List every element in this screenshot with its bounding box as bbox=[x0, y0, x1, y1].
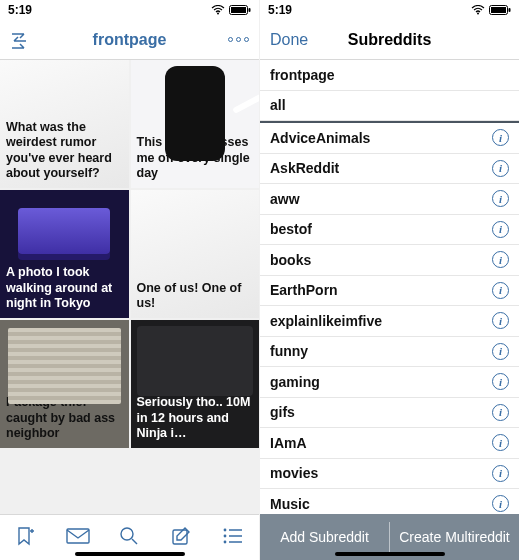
list-item-subreddit[interactable]: IAmAi bbox=[260, 428, 519, 459]
sort-icon bbox=[10, 29, 32, 51]
info-icon[interactable]: i bbox=[492, 312, 509, 329]
battery-icon bbox=[489, 5, 511, 15]
svg-point-10 bbox=[477, 13, 479, 15]
post-title: A photo I took walking around at night i… bbox=[6, 265, 123, 312]
svg-rect-3 bbox=[249, 8, 251, 12]
svg-point-0 bbox=[217, 13, 219, 15]
svg-rect-2 bbox=[231, 7, 246, 13]
svg-point-8 bbox=[224, 534, 227, 537]
info-icon[interactable]: i bbox=[492, 129, 509, 146]
post-title: Seriously tho.. 10M in 12 hours and Ninj… bbox=[137, 395, 254, 442]
info-icon[interactable]: i bbox=[492, 343, 509, 360]
list-icon bbox=[223, 528, 243, 548]
info-icon[interactable]: i bbox=[492, 434, 509, 451]
more-icon bbox=[228, 37, 249, 42]
svg-point-5 bbox=[121, 528, 133, 540]
list-item-subreddit[interactable]: Musici bbox=[260, 489, 519, 514]
list-item-label: all bbox=[270, 97, 286, 113]
subreddits-pane: 5:19 Done Subreddits frontpageallAdviceA… bbox=[260, 0, 519, 560]
status-right bbox=[471, 5, 511, 15]
list-item-label: gaming bbox=[270, 374, 320, 390]
status-time: 5:19 bbox=[268, 3, 292, 17]
info-icon[interactable]: i bbox=[492, 404, 509, 421]
post-card[interactable]: Seriously tho.. 10M in 12 hours and Ninj… bbox=[131, 320, 260, 448]
list-item-subreddit[interactable]: AskRedditi bbox=[260, 154, 519, 185]
search-icon bbox=[119, 526, 139, 550]
info-icon[interactable]: i bbox=[492, 160, 509, 177]
nav-header-right: Done Subreddits bbox=[260, 20, 519, 60]
list-item-subreddit[interactable]: moviesi bbox=[260, 459, 519, 490]
done-label: Done bbox=[270, 31, 308, 49]
list-item-subreddit[interactable]: AdviceAnimalsi bbox=[260, 123, 519, 154]
list-item-label: IAmA bbox=[270, 435, 307, 451]
info-icon[interactable]: i bbox=[492, 251, 509, 268]
filter-button[interactable] bbox=[10, 29, 32, 51]
list-item-subreddit[interactable]: bestofi bbox=[260, 215, 519, 246]
info-icon[interactable]: i bbox=[492, 221, 509, 238]
wifi-icon bbox=[211, 5, 225, 15]
subreddit-list[interactable]: frontpageallAdviceAnimalsiAskRedditiawwi… bbox=[260, 60, 519, 514]
wifi-icon bbox=[471, 5, 485, 15]
svg-rect-4 bbox=[67, 529, 89, 543]
svg-rect-13 bbox=[509, 8, 511, 12]
list-item-subreddit[interactable]: explainlikeimfivei bbox=[260, 306, 519, 337]
post-card[interactable]: What was the weirdest rumor you've ever … bbox=[0, 60, 129, 188]
list-item-label: EarthPorn bbox=[270, 282, 338, 298]
create-multireddit-label: Create Multireddit bbox=[399, 529, 510, 545]
compose-icon bbox=[171, 526, 191, 550]
post-card[interactable]: One of us! One of us! bbox=[131, 190, 260, 318]
post-card[interactable]: This design pisses me off every single d… bbox=[131, 60, 260, 188]
svg-rect-12 bbox=[491, 7, 506, 13]
list-item-frontpage[interactable]: frontpage bbox=[260, 60, 519, 91]
list-item-label: AdviceAnimals bbox=[270, 130, 370, 146]
info-icon[interactable]: i bbox=[492, 373, 509, 390]
svg-point-7 bbox=[224, 528, 227, 531]
tab-list[interactable] bbox=[207, 515, 259, 560]
status-bar: 5:19 bbox=[260, 0, 519, 20]
list-item-label: bestof bbox=[270, 221, 312, 237]
svg-point-9 bbox=[224, 540, 227, 543]
list-item-all[interactable]: all bbox=[260, 91, 519, 122]
home-indicator bbox=[335, 552, 445, 556]
post-title: What was the weirdest rumor you've ever … bbox=[6, 120, 123, 183]
mail-icon bbox=[66, 528, 90, 548]
info-icon[interactable]: i bbox=[492, 282, 509, 299]
info-icon[interactable]: i bbox=[492, 190, 509, 207]
list-item-label: AskReddit bbox=[270, 160, 339, 176]
page-title: frontpage bbox=[0, 31, 259, 49]
list-item-label: aww bbox=[270, 191, 300, 207]
info-icon[interactable]: i bbox=[492, 465, 509, 482]
list-item-subreddit[interactable]: gifsi bbox=[260, 398, 519, 429]
post-title: One of us! One of us! bbox=[137, 281, 254, 312]
list-item-label: frontpage bbox=[270, 67, 335, 83]
list-item-subreddit[interactable]: EarthPorni bbox=[260, 276, 519, 307]
battery-icon bbox=[229, 5, 251, 15]
list-item-label: gifs bbox=[270, 404, 295, 420]
list-item-label: movies bbox=[270, 465, 318, 481]
frontpage-pane: 5:19 frontpage What was the weirdest rum… bbox=[0, 0, 259, 560]
status-right bbox=[211, 5, 251, 15]
bookmark-icon bbox=[15, 526, 37, 550]
nav-header-left: frontpage bbox=[0, 20, 259, 60]
post-card[interactable]: Package thief caught by bad ass neighbor bbox=[0, 320, 129, 448]
done-button[interactable]: Done bbox=[270, 31, 308, 49]
list-item-label: Music bbox=[270, 496, 310, 512]
status-time: 5:19 bbox=[8, 3, 32, 17]
list-item-label: explainlikeimfive bbox=[270, 313, 382, 329]
list-item-label: funny bbox=[270, 343, 308, 359]
status-bar: 5:19 bbox=[0, 0, 259, 20]
tab-bookmark[interactable] bbox=[0, 515, 52, 560]
home-indicator bbox=[75, 552, 185, 556]
list-item-subreddit[interactable]: awwi bbox=[260, 184, 519, 215]
more-button[interactable] bbox=[228, 37, 249, 42]
post-grid: What was the weirdest rumor you've ever … bbox=[0, 60, 259, 514]
post-title: Package thief caught by bad ass neighbor bbox=[6, 395, 123, 442]
list-item-subreddit[interactable]: booksi bbox=[260, 245, 519, 276]
list-item-subreddit[interactable]: gamingi bbox=[260, 367, 519, 398]
info-icon[interactable]: i bbox=[492, 495, 509, 512]
add-subreddit-label: Add Subreddit bbox=[280, 529, 369, 545]
list-item-label: books bbox=[270, 252, 311, 268]
post-title: This design pisses me off every single d… bbox=[137, 135, 254, 182]
list-item-subreddit[interactable]: funnyi bbox=[260, 337, 519, 368]
post-card[interactable]: A photo I took walking around at night i… bbox=[0, 190, 129, 318]
